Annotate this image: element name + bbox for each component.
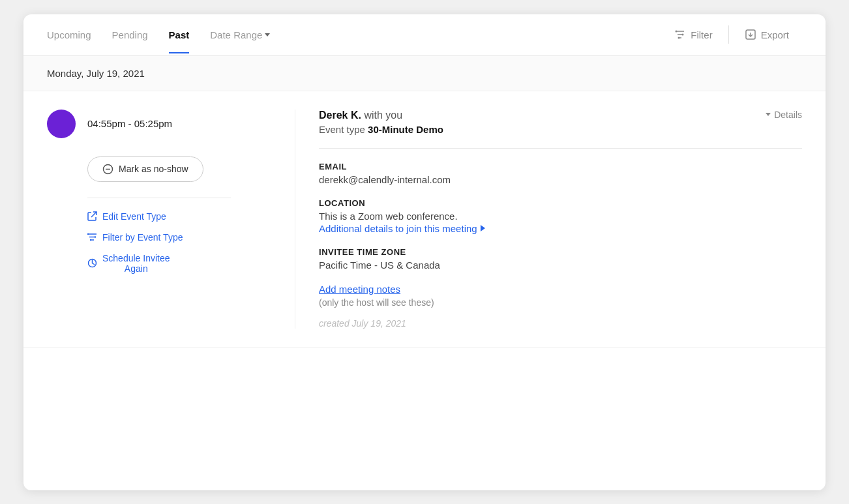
invitee-name: Derek K. with you bbox=[319, 110, 443, 121]
email-label: EMAIL bbox=[319, 162, 802, 171]
svg-point-5 bbox=[678, 37, 680, 39]
event-type-name: 30-Minute Demo bbox=[368, 124, 443, 135]
email-value: derekk@calendly-internal.com bbox=[319, 174, 802, 185]
chevron-down-small-icon bbox=[766, 113, 771, 116]
svg-point-14 bbox=[87, 233, 89, 235]
tab-past[interactable]: Past bbox=[169, 16, 190, 53]
svg-line-10 bbox=[91, 212, 97, 217]
event-type-line: Event type 30-Minute Demo bbox=[319, 124, 443, 135]
invitee-tz-value: Pacific Time - US & Canada bbox=[319, 259, 802, 271]
divider bbox=[87, 198, 231, 198]
tab-nav: Upcoming Pending Past Date Range Filter bbox=[23, 14, 826, 56]
no-show-icon bbox=[102, 164, 113, 175]
event-avatar-time: 04:55pm - 05:25pm bbox=[47, 110, 172, 138]
date-header: Monday, July 19, 2021 bbox=[23, 56, 826, 91]
event-header-row: Derek K. with you Event type 30-Minute D… bbox=[319, 110, 802, 135]
location-section: LOCATION This is a Zoom web conference. … bbox=[319, 198, 802, 234]
svg-point-4 bbox=[682, 34, 684, 36]
chevron-right-icon bbox=[481, 225, 485, 231]
action-divider bbox=[728, 25, 729, 44]
mark-no-show-button[interactable]: Mark as no-show bbox=[87, 156, 203, 182]
details-button[interactable]: Details bbox=[766, 110, 802, 120]
detail-divider bbox=[319, 148, 802, 149]
actions: Filter Export bbox=[661, 25, 802, 44]
email-section: EMAIL derekk@calendly-internal.com bbox=[319, 162, 802, 185]
event-row: 04:55pm - 05:25pm Mark as no-show bbox=[23, 91, 826, 348]
edit-event-type-button[interactable]: Edit Event Type bbox=[87, 211, 166, 222]
invitee-tz-section: INVITEE TIME ZONE Pacific Time - US & Ca… bbox=[319, 247, 802, 271]
filter-event-icon bbox=[87, 232, 97, 242]
chevron-down-icon bbox=[265, 33, 270, 37]
svg-point-15 bbox=[95, 236, 96, 237]
location-label: LOCATION bbox=[319, 198, 802, 208]
notes-hint: (only the host will see these) bbox=[319, 297, 802, 308]
tabs: Upcoming Pending Past Date Range bbox=[47, 16, 661, 53]
tab-upcoming[interactable]: Upcoming bbox=[47, 16, 91, 53]
schedule-again-icon bbox=[87, 258, 97, 268]
event-left: 04:55pm - 05:25pm Mark as no-show bbox=[47, 110, 295, 329]
external-link-icon bbox=[87, 211, 97, 221]
svg-point-3 bbox=[676, 31, 678, 33]
schedule-invitee-again-button[interactable]: Schedule InviteeAgain bbox=[87, 253, 170, 274]
event-title-block: Derek K. with you Event type 30-Minute D… bbox=[319, 110, 443, 135]
filter-by-event-type-button[interactable]: Filter by Event Type bbox=[87, 232, 183, 243]
location-value: This is a Zoom web conference. bbox=[319, 211, 802, 222]
add-meeting-notes-link[interactable]: Add meeting notes bbox=[319, 284, 802, 295]
event-detail: Derek K. with you Event type 30-Minute D… bbox=[295, 110, 802, 329]
filter-icon bbox=[674, 29, 686, 40]
main-card: Upcoming Pending Past Date Range Filter bbox=[23, 14, 826, 490]
filter-button[interactable]: Filter bbox=[661, 25, 725, 44]
tab-date-range[interactable]: Date Range bbox=[210, 16, 270, 53]
svg-point-16 bbox=[90, 239, 91, 241]
export-icon bbox=[745, 29, 756, 40]
event-time: 04:55pm - 05:25pm bbox=[87, 118, 172, 129]
invitee-tz-label: INVITEE TIME ZONE bbox=[319, 247, 802, 257]
event-actions: Mark as no-show Edit Event Type bbox=[47, 156, 231, 274]
with-you-text: with you bbox=[364, 110, 402, 121]
additional-details-link[interactable]: Additional details to join this meeting bbox=[319, 223, 802, 234]
tab-pending[interactable]: Pending bbox=[112, 16, 148, 53]
export-button[interactable]: Export bbox=[732, 25, 802, 44]
created-text: created July 19, 2021 bbox=[319, 318, 802, 329]
avatar bbox=[47, 110, 76, 138]
